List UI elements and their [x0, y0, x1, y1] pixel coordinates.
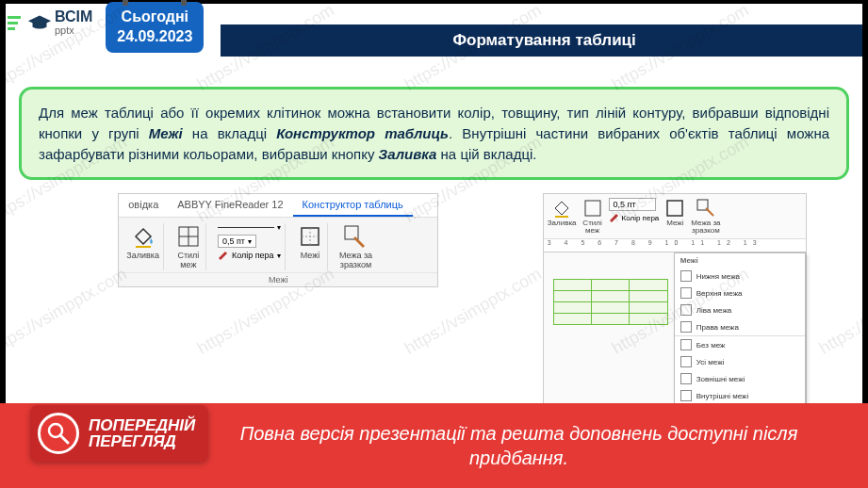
magnifier-icon	[46, 421, 71, 446]
date-badge: Сьогодні 24.09.2023	[106, 2, 204, 53]
svg-rect-10	[667, 201, 682, 216]
border-none-icon	[680, 339, 692, 350]
logo-sub: pptx	[55, 24, 92, 36]
graduation-cap-icon	[26, 13, 53, 32]
title-bar: Форматування таблиці	[221, 24, 868, 57]
borders-icon	[664, 198, 685, 219]
logo: ВСІМ pptx	[0, 0, 100, 36]
border-bottom-icon	[680, 270, 692, 282]
menu-header: Межі	[675, 253, 805, 268]
menu-top-border: Верхня межа	[675, 285, 805, 301]
preview-badge: ПОПЕРЕДНІЙ ПЕРЕГЛЯД	[30, 405, 208, 462]
border-inside-icon	[680, 390, 692, 401]
tab-table-design: Конструктор таблиць	[293, 194, 413, 217]
logo-lines-icon	[8, 16, 21, 30]
svg-rect-8	[555, 216, 568, 218]
content-paragraph: Для меж таблиці або її окремих клітинок …	[19, 87, 849, 180]
magnifier-circle	[38, 413, 79, 454]
ribbon1-tabs: овідка ABBYY FineReader 12 Конструктор т…	[119, 194, 437, 218]
tab-help: овідка	[119, 194, 168, 217]
sample-label: Межа за зразком	[339, 252, 372, 270]
menu-no-border: Без меж	[675, 335, 805, 353]
menu-right-border: Права межа	[675, 318, 805, 335]
border-styles-group: Стилі меж	[172, 223, 206, 270]
borders-icon	[297, 223, 323, 250]
svg-line-13	[60, 435, 68, 443]
border-styles-icon	[582, 198, 603, 219]
border-styles-icon	[175, 223, 202, 250]
r2-styles: Стилі меж	[582, 198, 603, 235]
logo-name: ВСІМ	[55, 9, 92, 24]
header: ВСІМ pptx Сьогодні 24.09.2023 Форматуван…	[0, 0, 868, 68]
menu-all-borders: Усі межі	[675, 353, 805, 370]
svg-rect-9	[585, 201, 600, 216]
ruler: 3 4 5 6 7 8 9 10 11 12 13	[544, 239, 806, 252]
borders-btn-group: Межі	[293, 223, 328, 270]
pen-color-icon	[609, 213, 620, 222]
shading-label: Заливка	[126, 252, 159, 261]
menu-bottom-border: Нижня межа	[675, 268, 805, 285]
menu-inside-borders: Внутрішні межі	[675, 387, 805, 404]
border-painter-icon	[342, 223, 368, 250]
menu-outside-borders: Зовнішні межі	[675, 370, 805, 387]
borders-label: Межі	[301, 252, 320, 261]
group-footer: Межі	[119, 272, 437, 286]
r2-shading: Заливка	[548, 198, 577, 227]
sample-table	[553, 279, 668, 325]
styles-label: Стилі меж	[177, 252, 199, 270]
date-line1: Сьогодні	[117, 8, 192, 27]
bucket-icon	[130, 223, 156, 250]
svg-rect-0	[136, 246, 151, 248]
menu-left-border: Ліва межа	[675, 301, 805, 318]
r2-borders: Межі	[664, 198, 685, 227]
r2-sample: Межа за зразком	[691, 198, 720, 235]
border-painter-icon	[696, 198, 716, 219]
pen-color-icon	[218, 251, 229, 260]
tab-abbyy: ABBYY FineReader 12	[168, 194, 292, 217]
border-top-icon	[680, 287, 692, 299]
border-options-group: ▾ 0,5 пт▾ Колір пера▾	[214, 223, 286, 270]
date-line2: 24.09.2023	[117, 27, 192, 47]
ribbon-screenshot-1: овідка ABBYY FineReader 12 Конструктор т…	[118, 193, 438, 287]
r2-opts: 0,5 пт Колір пера	[609, 198, 660, 222]
bucket-icon	[551, 198, 572, 219]
shading-group: Заливка	[123, 223, 164, 270]
border-right-icon	[680, 321, 692, 333]
border-left-icon	[680, 304, 692, 316]
border-painter-group: Межа за зразком	[336, 223, 376, 270]
border-outside-icon	[680, 373, 692, 384]
border-all-icon	[680, 356, 692, 367]
preview-text: ПОПЕРЕДНІЙ ПЕРЕГЛЯД	[89, 417, 195, 449]
